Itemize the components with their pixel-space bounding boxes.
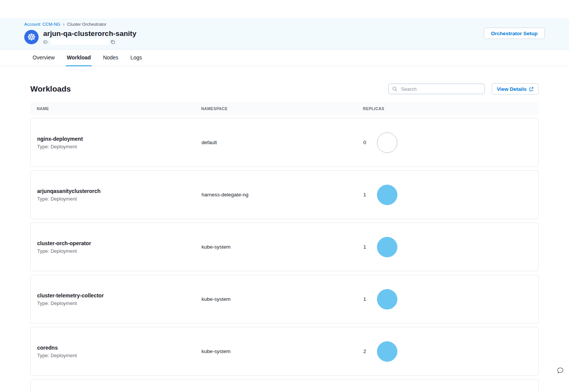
replica-status-circle bbox=[377, 341, 397, 362]
workload-name-cell: coredns Type: Deployment bbox=[37, 345, 202, 358]
workload-name: arjunqasanityclusterorch bbox=[37, 188, 202, 194]
workload-replicas-cell: 1 bbox=[363, 185, 532, 205]
table-row-partial[interactable] bbox=[30, 379, 539, 392]
cluster-title-block: ☸ arjun-qa-clusterorch-sanity ID: bbox=[24, 29, 545, 45]
workload-namespace: kube-system bbox=[202, 296, 363, 302]
table-row[interactable]: coredns Type: Deployment kube-system 2 bbox=[30, 327, 539, 376]
cluster-id-label: ID: bbox=[43, 40, 48, 44]
replica-status-circle bbox=[377, 185, 397, 205]
page-header: Account: CCM-NG › Cluster Orchestrator ☸… bbox=[0, 18, 569, 50]
column-header-name: NAME bbox=[37, 106, 201, 111]
search-input[interactable] bbox=[400, 86, 481, 92]
tab-nodes[interactable]: Nodes bbox=[102, 50, 119, 66]
kubernetes-wheel-glyph: ☸ bbox=[27, 32, 36, 42]
table-row[interactable]: nginx-deployment Type: Deployment defaul… bbox=[30, 118, 539, 167]
cluster-id-line: ID: bbox=[43, 39, 136, 45]
replica-count: 1 bbox=[363, 296, 366, 302]
replica-status-circle bbox=[377, 237, 397, 257]
table-row[interactable]: arjunqasanityclusterorch Type: Deploymen… bbox=[30, 170, 539, 219]
tab-overview[interactable]: Overview bbox=[32, 50, 55, 66]
workload-namespace: harness-delegate-ng bbox=[202, 192, 363, 198]
tab-logs[interactable]: Logs bbox=[130, 50, 142, 66]
chat-bubble-icon[interactable] bbox=[556, 367, 564, 374]
copy-icon[interactable] bbox=[111, 40, 115, 44]
column-header-replicas: REPLICAS bbox=[363, 106, 532, 111]
workload-replicas-cell: 0 bbox=[363, 132, 532, 153]
workload-replicas-cell: 1 bbox=[363, 289, 532, 310]
workload-name-cell: cluster-telemetry-collector Type: Deploy… bbox=[37, 292, 202, 306]
cluster-id-redacted bbox=[51, 39, 108, 45]
column-header-namespace: NAMESPACE bbox=[201, 106, 363, 111]
breadcrumb: Account: CCM-NG › Cluster Orchestrator bbox=[24, 22, 545, 26]
external-link-icon bbox=[529, 87, 534, 92]
workloads-panel: Workloads View Details NAME bbox=[0, 66, 569, 392]
workload-type: Type: Deployment bbox=[37, 144, 202, 149]
workload-namespace: default bbox=[202, 140, 363, 145]
workload-name-cell: nginx-deployment Type: Deployment bbox=[37, 136, 202, 149]
orchestrator-setup-button[interactable]: Orchestrator Setup bbox=[484, 28, 545, 39]
search-icon bbox=[392, 86, 397, 92]
breadcrumb-chevron-icon: › bbox=[63, 22, 64, 26]
breadcrumb-account-link[interactable]: Account: CCM-NG bbox=[24, 22, 60, 26]
replica-count: 2 bbox=[363, 348, 366, 354]
table-row[interactable]: cluster-orch-operator Type: Deployment k… bbox=[30, 222, 539, 271]
view-details-label: View Details bbox=[497, 86, 527, 92]
workload-replicas-cell: 1 bbox=[363, 237, 532, 257]
workload-name: nginx-deployment bbox=[37, 136, 202, 142]
replica-status-circle bbox=[377, 132, 397, 153]
replica-status-circle bbox=[377, 289, 397, 310]
search-box[interactable] bbox=[388, 84, 485, 94]
workload-name-cell: arjunqasanityclusterorch Type: Deploymen… bbox=[37, 188, 202, 202]
view-details-button[interactable]: View Details bbox=[492, 83, 539, 95]
tab-bar: Overview Workload Nodes Logs bbox=[0, 50, 569, 66]
replica-count: 0 bbox=[363, 140, 366, 145]
workloads-header: Workloads View Details bbox=[30, 83, 539, 95]
workload-name: cluster-orch-operator bbox=[37, 240, 202, 246]
kubernetes-icon: ☸ bbox=[24, 30, 39, 44]
workload-name: coredns bbox=[37, 345, 202, 351]
workload-namespace: kube-system bbox=[202, 244, 363, 250]
workload-name: cluster-telemetry-collector bbox=[37, 292, 202, 299]
table-row[interactable]: cluster-telemetry-collector Type: Deploy… bbox=[30, 275, 539, 324]
workload-row-list: nginx-deployment Type: Deployment defaul… bbox=[30, 118, 539, 376]
workload-type: Type: Deployment bbox=[37, 248, 202, 254]
table-header: NAME NAMESPACE REPLICAS bbox=[30, 102, 539, 115]
workload-replicas-cell: 2 bbox=[363, 341, 532, 362]
workloads-title: Workloads bbox=[30, 84, 71, 93]
workload-type: Type: Deployment bbox=[37, 196, 202, 202]
replica-count: 1 bbox=[363, 192, 366, 198]
breadcrumb-current: Cluster Orchestrator bbox=[67, 22, 106, 26]
replica-count: 1 bbox=[363, 244, 366, 250]
page-title: arjun-qa-clusterorch-sanity bbox=[43, 29, 136, 38]
workload-name-cell: cluster-orch-operator Type: Deployment bbox=[37, 240, 202, 254]
tab-workload[interactable]: Workload bbox=[66, 50, 92, 66]
workload-namespace: kube-system bbox=[202, 348, 363, 354]
workload-type: Type: Deployment bbox=[37, 300, 202, 306]
workload-type: Type: Deployment bbox=[37, 353, 202, 358]
